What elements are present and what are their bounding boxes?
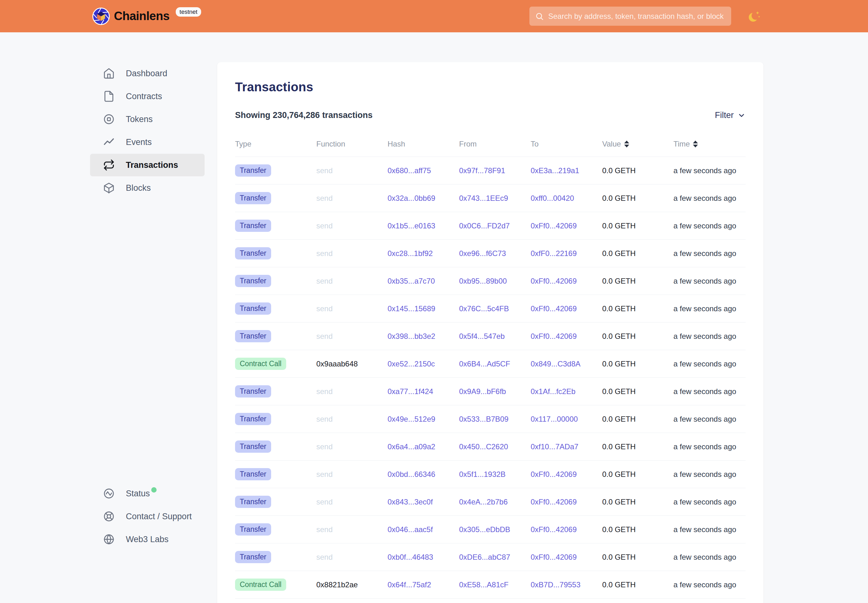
sidebar-item-status[interactable]: Status — [90, 482, 204, 505]
type-badge: Transfer — [235, 551, 271, 563]
from-link[interactable]: 0x305...eDbDB — [459, 525, 510, 533]
from-link[interactable]: 0xE58...A81cF — [459, 580, 508, 589]
function-label: send — [316, 304, 388, 313]
sidebar-item-web3-labs[interactable]: Web3 Labs — [90, 528, 204, 550]
column-header-from: From — [459, 140, 531, 148]
from-link[interactable]: 0xb95...89b00 — [459, 277, 507, 285]
filter-button[interactable]: Filter — [715, 110, 746, 120]
search-input[interactable] — [548, 12, 726, 21]
theme-toggle-button[interactable] — [746, 9, 762, 25]
sidebar-item-events[interactable]: Events — [90, 131, 204, 153]
from-link[interactable]: 0xe96...f6C73 — [459, 249, 506, 258]
hash-link[interactable]: 0xb35...a7c70 — [388, 277, 435, 285]
to-link[interactable]: 0x849...C3d8A — [531, 360, 580, 368]
to-link[interactable]: 0xfF0...22169 — [531, 249, 577, 258]
sidebar-item-label: Contracts — [126, 91, 162, 101]
time-label: a few seconds ago — [673, 553, 746, 561]
from-link[interactable]: 0x6B4...Ad5CF — [459, 360, 510, 368]
hash-link[interactable]: 0xb0f...46483 — [388, 553, 433, 561]
to-link[interactable]: 0x117...00000 — [531, 415, 578, 423]
sidebar-item-label: Dashboard — [126, 69, 167, 79]
brand[interactable]: Chainlens testnet — [92, 0, 201, 32]
to-link[interactable]: 0xE3a...219a1 — [531, 166, 579, 175]
summary-row: Showing 230,764,286 transactions Filter — [235, 110, 746, 120]
to-link[interactable]: 0xFf0...42069 — [531, 498, 577, 506]
sidebar-item-transactions[interactable]: Transactions — [90, 154, 204, 176]
hash-link[interactable]: 0x398...bb3e2 — [388, 332, 435, 340]
from-link[interactable]: 0x743...1EEc9 — [459, 194, 508, 203]
hash-link[interactable]: 0x0bd...66346 — [388, 470, 435, 478]
from-link[interactable]: 0x76C...5c4FB — [459, 304, 509, 313]
hash-link[interactable]: 0xa77...1f424 — [388, 387, 433, 396]
time-label: a few seconds ago — [673, 277, 746, 286]
to-link[interactable]: 0xFf0...42069 — [531, 332, 577, 340]
value-label: 0.0 GETH — [602, 387, 673, 396]
value-label: 0.0 GETH — [602, 332, 673, 341]
sidebar-item-label: Tokens — [126, 114, 153, 124]
from-link[interactable]: 0x533...B7B09 — [459, 415, 508, 423]
from-link[interactable]: 0x97f...78F91 — [459, 166, 505, 175]
time-label: a few seconds ago — [673, 580, 746, 589]
from-link[interactable]: 0x9A9...bF6fb — [459, 387, 506, 396]
value-label: 0.0 GETH — [602, 166, 673, 175]
value-label: 0.0 GETH — [602, 304, 673, 313]
hash-link[interactable]: 0xe52...2150c — [388, 360, 435, 368]
hash-link[interactable]: 0x046...aac5f — [388, 525, 433, 533]
filter-label: Filter — [715, 110, 734, 120]
hash-link[interactable]: 0x49e...512e9 — [388, 415, 435, 423]
to-link[interactable]: 0xFf0...42069 — [531, 277, 577, 285]
sidebar-item-tokens[interactable]: Tokens — [90, 108, 204, 130]
from-link[interactable]: 0x4eA...2b7b6 — [459, 498, 508, 506]
value-label: 0.0 GETH — [602, 221, 673, 230]
hash-link[interactable]: 0x843...3ec0f — [388, 498, 433, 506]
type-badge: Transfer — [235, 496, 271, 508]
sidebar-item-contracts[interactable]: Contracts — [90, 85, 204, 108]
from-link[interactable]: 0xDE6...abC87 — [459, 553, 510, 561]
to-link[interactable]: 0x1Af...fc2Eb — [531, 387, 576, 396]
page-title: Transactions — [235, 62, 746, 94]
from-link[interactable]: 0x5f4...547eb — [459, 332, 504, 340]
table-row: Contract Call 0x8821b2ae 0x64f...75af2 0… — [235, 571, 746, 598]
hash-link[interactable]: 0x32a...0bb69 — [388, 194, 435, 203]
to-link[interactable]: 0xFf0...42069 — [531, 470, 577, 478]
table-row: Transfer send 0xc28...1bf92 0xe96...f6C7… — [235, 240, 746, 267]
table-row: Transfer send 0xb35...a7c70 0xb95...89b0… — [235, 267, 746, 295]
sort-value-icon[interactable] — [624, 141, 629, 147]
hash-link[interactable]: 0x6a4...a09a2 — [388, 442, 435, 451]
search-bar[interactable] — [529, 6, 731, 26]
time-label: a few seconds ago — [673, 166, 746, 175]
to-link[interactable]: 0xFf0...42069 — [531, 221, 577, 230]
time-label: a few seconds ago — [673, 360, 746, 368]
from-link[interactable]: 0x0C6...FD2d7 — [459, 221, 510, 230]
table-body: Transfer send 0x680...aff75 0x97f...78F9… — [235, 157, 746, 598]
table-header: Type Function Hash From To Value Time — [235, 140, 746, 157]
column-header-value[interactable]: Value — [602, 140, 673, 148]
hash-link[interactable]: 0x64f...75af2 — [388, 580, 431, 589]
to-link[interactable]: 0xf10...7ADa7 — [531, 442, 579, 451]
function-label: send — [316, 332, 388, 341]
column-header-time[interactable]: Time — [673, 140, 746, 148]
from-link[interactable]: 0x5f1...1932B — [459, 470, 506, 478]
type-badge: Transfer — [235, 164, 271, 177]
sidebar-item-dashboard[interactable]: Dashboard — [90, 62, 204, 85]
to-link[interactable]: 0xB7D...79553 — [531, 580, 580, 589]
table-row: Transfer send 0x1b5...e0163 0x0C6...FD2d… — [235, 212, 746, 240]
search-icon — [535, 12, 544, 21]
hash-link[interactable]: 0xc28...1bf92 — [388, 249, 433, 258]
to-link[interactable]: 0xFf0...42069 — [531, 553, 577, 561]
to-link[interactable]: 0xff0...00420 — [531, 194, 574, 203]
hash-link[interactable]: 0x1b5...e0163 — [388, 221, 435, 230]
hash-link[interactable]: 0x145...15689 — [388, 304, 435, 313]
function-label: send — [316, 221, 388, 230]
value-label: 0.0 GETH — [602, 277, 673, 286]
sidebar-item-contact-support[interactable]: Contact / Support — [90, 505, 204, 528]
type-badge: Transfer — [235, 385, 271, 397]
to-link[interactable]: 0xFf0...42069 — [531, 525, 577, 533]
sidebar-item-blocks[interactable]: Blocks — [90, 177, 204, 199]
chevron-down-icon — [738, 111, 746, 119]
from-link[interactable]: 0x450...C2620 — [459, 442, 508, 451]
brand-name: Chainlens — [114, 9, 169, 23]
hash-link[interactable]: 0x680...aff75 — [388, 166, 431, 175]
sort-time-icon[interactable] — [693, 141, 698, 147]
to-link[interactable]: 0xFf0...42069 — [531, 304, 577, 313]
